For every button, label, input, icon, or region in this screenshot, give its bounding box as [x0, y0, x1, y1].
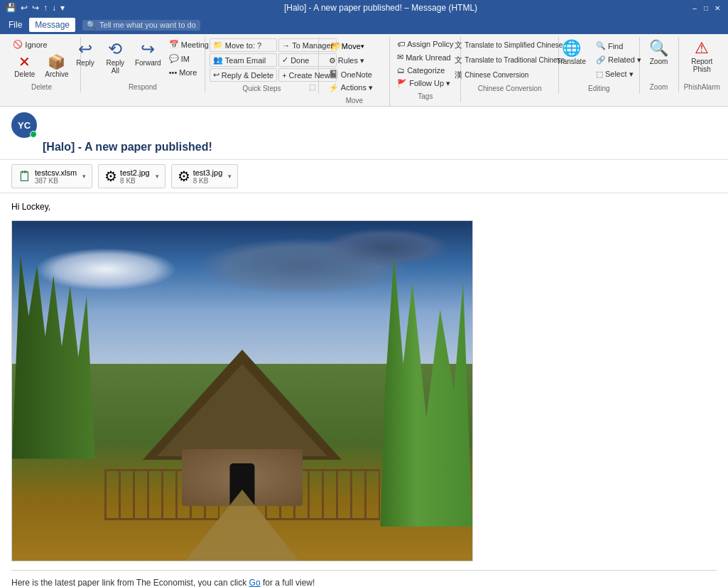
reply-delete-icon: ↩ — [213, 70, 219, 80]
window-title: [Halo] - A new paper published! – Messag… — [72, 3, 690, 13]
quicksteps-expand-icon[interactable]: ⬚ — [309, 83, 315, 91]
excel-icon: 🗒 — [18, 168, 32, 185]
attach-size-test3jpg: 8 KB — [193, 177, 223, 185]
translate-simplified-icon: 文 — [455, 40, 462, 50]
select-icon: ⬚ — [596, 70, 603, 79]
attach-dropdown-test2jpg[interactable]: ▾ — [156, 173, 159, 180]
content-area: YC [Halo] - A new paper published! 🗒 tes… — [0, 107, 728, 587]
delete-button[interactable]: ✕ Delete — [10, 53, 39, 80]
tags-group-label: Tags — [418, 90, 433, 100]
ribbon-groups: 🚫 Ignore ✕ Delete 📦 Archive — [0, 37, 728, 106]
ignore-button[interactable]: 🚫 Ignore — [10, 38, 72, 50]
forward-button[interactable]: ↪ Forward — [133, 38, 163, 69]
create-new-button[interactable]: + Create New — [278, 68, 337, 82]
meeting-icon: 📅 — [169, 40, 179, 49]
find-icon: 🔍 — [596, 41, 606, 50]
tags-buttons: 🏷 Assign Policy ✉ Mark Unread 🗂 Categori… — [394, 38, 456, 90]
translate-traditional-icon: 文 — [455, 55, 462, 65]
report-phish-button[interactable]: ⚠ Report Phish — [683, 38, 721, 75]
translate-big-button[interactable]: 🌐 Translate — [553, 38, 590, 68]
ribbon-group-editing: 🌐 Translate 🔍 Find 🔗 Related ▾ ⬚ Select … — [559, 37, 640, 94]
reply-icon: ↩ — [78, 41, 92, 58]
attachment-test2jpg[interactable]: ⚙ test2.jpg 8 KB ▾ — [98, 164, 165, 188]
related-button[interactable]: 🔗 Related ▾ — [593, 54, 644, 66]
scene-path — [185, 490, 299, 561]
zoom-group-label: Zoom — [650, 80, 668, 91]
menu-message[interactable]: Message — [29, 18, 75, 32]
translate-icon: 🌐 — [562, 41, 581, 56]
chinese-conversion-button[interactable]: 漢 Chinese Conversion — [452, 68, 531, 82]
chinese-buttons: 文 Translate to Simplified Chinese 文 Tran… — [452, 38, 567, 82]
follow-up-icon: 🚩 — [397, 79, 407, 88]
attach-name-testcsv: testcsv.xlsm — [35, 168, 77, 177]
email-go-link[interactable]: Go — [249, 578, 261, 587]
avatar: YC — [11, 112, 37, 138]
delete-icon: ✕ — [18, 55, 31, 69]
ribbon-group-quicksteps: 📁 Move to: ? → To Manager 👥 Team Email ✓… — [205, 37, 320, 94]
select-button[interactable]: ⬚ Select ▾ — [593, 68, 644, 80]
attach-dropdown-test3jpg[interactable]: ▾ — [228, 173, 232, 180]
team-email-icon: 👥 — [213, 55, 223, 65]
more-qa-icon[interactable]: ▾ — [60, 3, 65, 13]
categorize-button[interactable]: 🗂 Categorize — [394, 65, 447, 76]
up-icon[interactable]: ↑ — [43, 3, 48, 13]
attach-dropdown-testcsv[interactable]: ▾ — [82, 173, 86, 180]
avatar-initials: YC — [18, 120, 31, 131]
online-badge — [30, 131, 37, 138]
actions-button[interactable]: ⚡ Actions ▾ — [326, 82, 376, 94]
forward-icon: ↪ — [141, 41, 155, 58]
menu-file[interactable]: File — [3, 18, 28, 32]
tell-me-label: Tell me what you want to do — [99, 21, 196, 29]
redo-icon[interactable]: ↪ — [32, 3, 39, 13]
email-greeting: Hi Lockey, — [11, 202, 717, 212]
translate-simplified-button[interactable]: 文 Translate to Simplified Chinese — [452, 38, 565, 52]
ribbon-group-chinese: 文 Translate to Simplified Chinese 文 Tran… — [461, 37, 559, 94]
attachment-test3jpg[interactable]: ⚙ test3.jpg 8 KB ▾ — [171, 164, 239, 188]
minimize-button[interactable]: – — [690, 3, 700, 13]
phishalarm-buttons: ⚠ Report Phish — [683, 38, 721, 80]
zoom-button[interactable]: 🔍 Zoom — [645, 38, 673, 68]
restore-button[interactable]: □ — [701, 3, 711, 13]
mark-unread-icon: ✉ — [397, 53, 403, 62]
archive-icon: 📦 — [48, 55, 65, 69]
zoom-icon: 🔍 — [649, 41, 668, 56]
editing-small-col: 🔍 Find 🔗 Related ▾ ⬚ Select ▾ — [592, 38, 646, 82]
tell-me-box[interactable]: 🔍 Tell me what you want to do — [82, 20, 200, 31]
undo-icon[interactable]: ↩ — [21, 3, 28, 13]
more-icon: ••• — [169, 68, 178, 77]
ribbon-group-respond: ↩ Reply ⟲ Reply All ↪ Forward 📅 Meeting — [81, 37, 205, 92]
categorize-icon: 🗂 — [397, 66, 405, 75]
reply-delete-button[interactable]: ↩ Reply & Delete — [210, 68, 277, 82]
report-phish-icon: ⚠ — [695, 41, 709, 56]
ribbon: 🚫 Ignore ✕ Delete 📦 Archive — [0, 34, 728, 107]
close-button[interactable]: ✕ — [712, 3, 722, 13]
chinese-group-label: Chinese Conversion — [478, 82, 542, 92]
reply-button[interactable]: ↩ Reply — [72, 38, 98, 69]
ignore-icon: 🚫 — [13, 40, 23, 49]
hut-roof-inner — [157, 364, 327, 456]
sender-row: YC — [11, 112, 717, 138]
save-icon[interactable]: 💾 — [6, 3, 16, 13]
email-body: Hi Lockey, — [0, 193, 728, 587]
reply-all-button[interactable]: ⟲ Reply All — [99, 38, 131, 77]
to-manager-button[interactable]: → To Manager — [278, 38, 337, 52]
down-icon[interactable]: ↓ — [52, 3, 56, 13]
find-button[interactable]: 🔍 Find — [593, 40, 644, 52]
email-image — [11, 220, 473, 561]
quicksteps-grid: 📁 Move to: ? → To Manager 👥 Team Email ✓… — [210, 38, 315, 82]
ribbon-group-zoom: 🔍 Zoom Zoom — [640, 37, 679, 92]
attachment-testcsv[interactable]: 🗒 testcsv.xlsm 387 KB ▾ — [11, 164, 92, 188]
follow-up-button[interactable]: 🚩 Follow Up ▾ — [394, 77, 453, 90]
ribbon-group-phishalarm: ⚠ Report Phish PhishAlarm — [679, 37, 725, 92]
quick-access-toolbar: 💾 ↩ ↪ ↑ ↓ ▾ — [6, 3, 65, 13]
assign-policy-button[interactable]: 🏷 Assign Policy — [394, 38, 456, 50]
ribbon-group-tags: 🏷 Assign Policy ✉ Mark Unread 🗂 Categori… — [390, 37, 461, 102]
archive-button[interactable]: 📦 Archive — [40, 53, 72, 80]
team-email-button[interactable]: 👥 Team Email — [210, 53, 277, 67]
move-to-button[interactable]: 📁 Move to: ? — [210, 38, 277, 52]
ribbon-group-delete: 🚫 Ignore ✕ Delete 📦 Archive — [3, 37, 81, 92]
scene-cloud3 — [322, 228, 450, 267]
translate-traditional-button[interactable]: 文 Translate to Traditional Chinese — [452, 53, 567, 67]
done-button[interactable]: ✓ Done — [278, 53, 337, 67]
mark-unread-button[interactable]: ✉ Mark Unread — [394, 51, 454, 63]
